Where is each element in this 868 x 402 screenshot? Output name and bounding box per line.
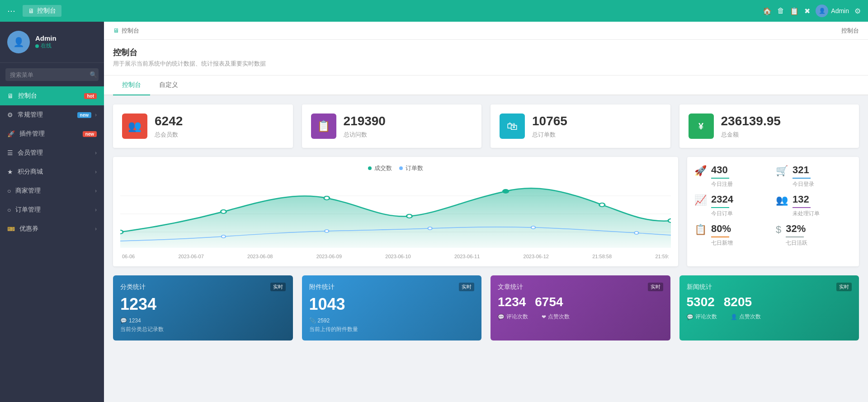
stat-info: 32% 七日活跃 [786,223,807,247]
hot-badge: hot [84,93,97,99]
menu-item-left: 🖥 控制台 [7,92,37,100]
chat-icon: 💬 [120,317,127,324]
chart-dates: 06-06 2023-06-07 2023-06-08 2023-06-09 2… [120,254,671,259]
svg-point-7 [503,189,509,193]
tabs-bar: 控制台 自定义 [104,76,868,95]
article-label1: 💬 评论次数 [498,313,528,321]
stat-card-visits: 📋 219390 总访问数 [302,104,482,148]
realtime-badge: 实时 [270,283,286,291]
label1-text: 评论次数 [695,313,717,321]
menu-label: 插件管理 [19,130,45,138]
person-icon: 👤 [731,314,737,320]
menu-item-left: 🎫 优惠券 [7,225,38,233]
orders-label: 总订单数 [532,131,567,139]
news-label1: 💬 评论次数 [687,313,717,321]
settings-icon[interactable]: ⚙ [854,7,861,15]
avatar-circle: 👤 [816,5,828,17]
card-title: 分类统计 [120,283,146,291]
copy-icon[interactable]: 📋 [790,7,799,15]
sidebar-item-console[interactable]: 🖥 控制台 hot [0,86,104,105]
sidebar-item-general[interactable]: ⚙ 常规管理 new › [0,105,104,124]
today-login-value: 321 [793,164,814,176]
article-value1: 1234 [498,295,526,309]
article-value2: 6754 [535,295,563,309]
menu-label: 积分商城 [18,168,43,176]
news-value1: 5302 [687,295,715,309]
menu-item-left: 🚀 插件管理 [7,130,45,138]
amount-label: 总金额 [721,131,781,139]
value-group: 1234 [498,295,526,313]
legend-dot-green [368,166,372,170]
menu-item-left: ○ 商家管理 [7,187,41,195]
list-icon: ☰ [7,149,13,156]
chart-stat-icon: 📈 [694,194,707,206]
sidebar-user-section: 👤 Admin 在线 [0,22,104,63]
sidebar-item-points[interactable]: ★ 积分商城 › [0,162,104,181]
search-icon: 🔍 [90,71,97,78]
bottom-card-attachment: 附件统计 实时 1043 📎 2592 当前上传的附件数量 [302,275,482,341]
unhandled-value: 132 [793,194,820,205]
date-label: 2023-06-10 [385,254,410,259]
menu-label: 商家管理 [15,187,41,195]
card-value-row: 5302 8205 [687,295,852,313]
sidebar-status: 在线 [35,42,57,50]
comment-icon: 💬 [687,314,693,320]
sidebar-user-info: Admin 在线 [35,34,57,50]
sidebar-item-orders[interactable]: ○ 订单管理 › [0,200,104,219]
stat-info: 10765 总订单数 [532,114,567,139]
amount-icon: ¥ [689,114,714,139]
card-title: 附件统计 [309,283,335,291]
attachment-icon: 📎 [309,317,316,324]
sidebar-username: Admin [35,34,57,42]
legend-label: 成交数 [374,164,392,172]
sidebar-item-coupons[interactable]: 🎫 优惠券 › [0,219,104,238]
card-header: 新闻统计 实时 [687,283,852,291]
page-header: 控制台 用于展示当前系统中的统计数据、统计报表及重要实时数据 [104,40,868,76]
labels-row: 💬 评论次数 ❤ 点赞次数 [498,313,663,322]
svg-point-9 [668,219,671,222]
user-avatar-nav[interactable]: 👤 Admin [816,5,849,17]
stat-info: 430 今日注册 [711,164,733,188]
visits-icon: 📋 [311,114,336,139]
sidebar-search-bar[interactable]: 🔍 [5,68,99,81]
nav-username: Admin [831,7,849,14]
sidebar-item-plugins[interactable]: 🚀 插件管理 new [0,124,104,143]
dashboard-content: 👥 6242 总会员数 📋 219390 总访问数 🛍 [104,95,868,402]
tab-custom[interactable]: 自定义 [150,76,187,95]
label2-text: 点赞次数 [548,313,570,321]
gear-icon: ⚙ [7,111,13,118]
today-login-label: 今日登录 [793,180,814,188]
chart-card: 成交数 订单数 [113,157,678,266]
label1-text: 评论次数 [506,313,528,321]
sidebar-item-members[interactable]: ☰ 会员管理 › [0,143,104,162]
news-label2: 👤 点赞次数 [731,313,761,321]
card-sub: 💬 1234 [120,317,286,324]
svg-point-13 [531,226,535,229]
card-value-row: 1234 6754 [498,295,663,313]
card-header: 文章统计 实时 [498,283,663,291]
article-label2: ❤ 点赞次数 [542,313,570,321]
card-desc: 当前分类总记录数 [120,326,286,333]
menu-label: 常规管理 [18,111,43,119]
new-badge: new [77,112,91,118]
realtime-badge: 实时 [836,283,852,291]
active-tab[interactable]: 🖥 控制台 [23,5,61,17]
divider [793,207,811,208]
date-label: 06-06 [122,254,135,259]
close-icon[interactable]: ✖ [804,7,810,15]
search-input[interactable] [10,71,86,78]
sidebar-item-merchant[interactable]: ○ 商家管理 › [0,181,104,200]
tab-console[interactable]: 控制台 [113,76,150,95]
visits-value: 219390 [344,114,386,129]
svg-point-8 [599,203,605,207]
delete-icon[interactable]: 🗑 [777,7,784,15]
home-icon[interactable]: 🏠 [763,7,772,15]
menu-item-left: ○ 订单管理 [7,206,41,214]
menu-label: 优惠券 [19,225,38,233]
hamburger-icon[interactable]: ⋯ [7,6,15,16]
page-title: 控制台 [113,47,859,58]
stat-info: 219390 总访问数 [344,114,386,139]
unhandled-label: 未处理订单 [793,210,820,218]
tab-label: 控制台 [37,7,56,15]
menu-label: 会员管理 [18,149,43,157]
